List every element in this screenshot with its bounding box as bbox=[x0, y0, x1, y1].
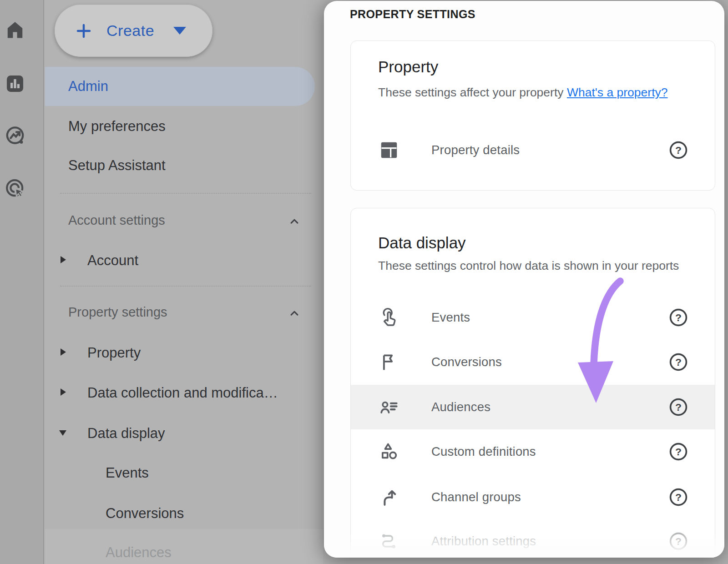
card-description: These settings control how data is shown… bbox=[378, 254, 701, 277]
setting-row-label: Property details bbox=[431, 143, 520, 157]
data-display-card: Data display These settings control how … bbox=[350, 208, 715, 558]
card-title: Data display bbox=[378, 234, 466, 252]
setting-row-property-details[interactable]: Property details ? bbox=[351, 130, 715, 170]
help-icon[interactable]: ? bbox=[668, 140, 688, 160]
card-description: These settings affect your property What… bbox=[378, 81, 669, 104]
svg-text:?: ? bbox=[675, 401, 682, 413]
expand-right-icon[interactable] bbox=[61, 256, 66, 263]
advertising-icon[interactable] bbox=[4, 177, 26, 199]
sidebar-item-data-collection[interactable]: Data collection and modifica… bbox=[87, 385, 278, 401]
ga-admin-screen: Create Admin My preferences Setup Assist… bbox=[0, 0, 728, 564]
setting-row-conversions[interactable]: Conversions ? bbox=[351, 340, 715, 384]
page-title: PROPERTY SETTINGS bbox=[350, 8, 475, 21]
create-button[interactable]: Create bbox=[55, 5, 212, 57]
sidebar-item-label: Admin bbox=[68, 78, 108, 95]
sidebar-item-label: Data collection and modifica… bbox=[87, 385, 278, 401]
sidebar-item-setup-assistant[interactable]: Setup Assistant bbox=[68, 157, 166, 174]
touch-icon bbox=[379, 307, 399, 328]
help-icon[interactable]: ? bbox=[668, 307, 688, 327]
setting-row-audiences[interactable]: Audiences ? bbox=[351, 385, 715, 429]
svg-text:?: ? bbox=[675, 535, 682, 547]
sidebar-item-label: Property bbox=[87, 345, 141, 361]
section-header-property-settings[interactable]: Property settings bbox=[68, 305, 167, 320]
help-icon[interactable]: ? bbox=[668, 352, 688, 372]
create-button-label: Create bbox=[106, 22, 154, 40]
property-details-icon bbox=[379, 140, 399, 161]
setting-row-custom-definitions[interactable]: Custom definitions ? bbox=[351, 429, 715, 474]
audiences-icon bbox=[379, 397, 399, 418]
setting-row-label: Attribution settings bbox=[431, 534, 536, 549]
nav-bottom-band bbox=[45, 529, 323, 564]
svg-text:?: ? bbox=[675, 491, 682, 503]
category-icon bbox=[379, 441, 399, 462]
expand-down-icon[interactable] bbox=[59, 430, 66, 436]
plus-icon bbox=[75, 22, 93, 40]
card-description-text: These settings affect your property bbox=[378, 86, 564, 99]
chevron-up-icon[interactable] bbox=[288, 215, 301, 228]
card-title: Property bbox=[378, 58, 438, 76]
flag-icon bbox=[379, 352, 399, 373]
setting-row-label: Audiences bbox=[431, 400, 490, 414]
property-card: Property These settings affect your prop… bbox=[350, 40, 715, 191]
expand-right-icon[interactable] bbox=[61, 348, 66, 356]
help-icon[interactable]: ? bbox=[668, 531, 688, 551]
help-icon[interactable]: ? bbox=[668, 487, 688, 507]
divider bbox=[60, 193, 311, 194]
whats-a-property-link[interactable]: What's a property? bbox=[567, 86, 668, 99]
sidebar-item-label: Data display bbox=[87, 425, 165, 441]
chevron-up-icon[interactable] bbox=[288, 307, 301, 320]
svg-text:?: ? bbox=[675, 356, 682, 368]
home-icon[interactable] bbox=[4, 19, 26, 41]
sidebar-item-account[interactable]: Account bbox=[87, 252, 138, 269]
setting-row-attribution-settings[interactable]: Attribution settings ? bbox=[351, 519, 715, 558]
explore-icon[interactable] bbox=[4, 125, 26, 146]
caret-down-icon bbox=[173, 27, 186, 35]
sidebar-item-property[interactable]: Property bbox=[87, 345, 141, 361]
section-header-account-settings[interactable]: Account settings bbox=[68, 213, 165, 228]
expand-right-icon[interactable] bbox=[61, 388, 66, 396]
setting-row-label: Channel groups bbox=[431, 490, 521, 504]
svg-text:?: ? bbox=[675, 446, 682, 458]
sidebar-item-admin[interactable]: Admin bbox=[45, 67, 315, 106]
sidebar-item-label: Account bbox=[87, 252, 138, 268]
help-icon[interactable]: ? bbox=[668, 397, 688, 417]
setting-row-events[interactable]: Events ? bbox=[351, 295, 715, 340]
setting-row-channel-groups[interactable]: Channel groups ? bbox=[351, 475, 715, 519]
sidebar-item-my-preferences[interactable]: My preferences bbox=[68, 118, 166, 135]
sidebar-item-events[interactable]: Events bbox=[106, 465, 149, 481]
channel-groups-icon bbox=[379, 487, 399, 508]
route-icon bbox=[379, 531, 399, 552]
admin-sidenav: Create Admin My preferences Setup Assist… bbox=[45, 0, 323, 564]
svg-text:?: ? bbox=[675, 312, 682, 323]
svg-text:?: ? bbox=[675, 144, 682, 156]
divider bbox=[60, 286, 311, 287]
sidebar-item-audiences[interactable]: Audiences bbox=[106, 544, 172, 561]
reports-icon[interactable] bbox=[4, 73, 26, 95]
setting-row-label: Events bbox=[431, 310, 470, 325]
property-settings-panel: PROPERTY SETTINGS Property These setting… bbox=[324, 1, 724, 558]
sidebar-item-conversions[interactable]: Conversions bbox=[106, 505, 184, 522]
setting-row-label: Custom definitions bbox=[431, 444, 536, 459]
help-icon[interactable]: ? bbox=[668, 442, 688, 462]
setting-row-label: Conversions bbox=[431, 355, 502, 369]
app-rail bbox=[0, 0, 44, 564]
sidebar-item-data-display[interactable]: Data display bbox=[87, 425, 165, 442]
